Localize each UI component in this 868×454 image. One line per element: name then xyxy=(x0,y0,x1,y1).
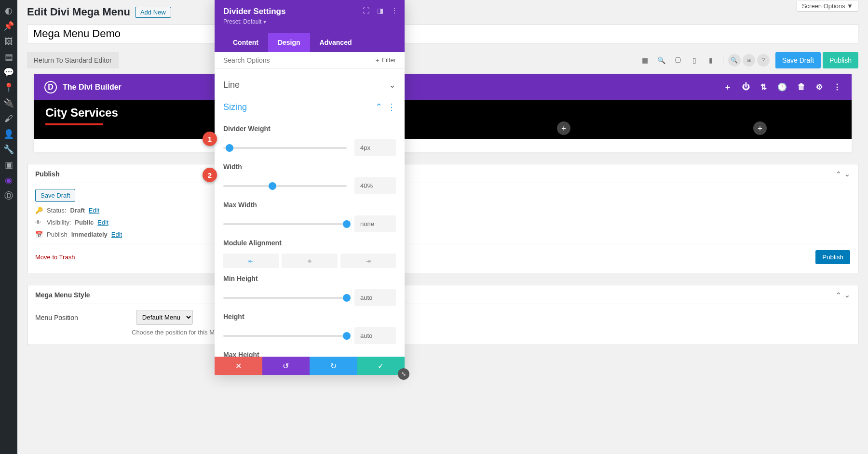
modal-save-button[interactable]: ✓ xyxy=(357,357,405,364)
kebab2-icon[interactable]: ⋮ xyxy=(391,7,398,14)
publish-metabox: Publish ⌃ ⌄ Save Draft 🔑 Status: Draft E… xyxy=(27,164,858,273)
section-sizing[interactable]: Sizing ⌃ ⋮ xyxy=(223,96,396,118)
add-icon[interactable]: ＋ xyxy=(724,82,732,93)
modal-cancel-button[interactable]: ✕ xyxy=(215,357,262,364)
status-edit-link[interactable]: Edit xyxy=(89,207,99,214)
return-editor-button[interactable]: Return To Standard Editor xyxy=(27,52,119,68)
section-sizing-label: Sizing xyxy=(223,102,247,112)
divi-icon[interactable]: ◉ xyxy=(0,173,17,188)
tools-icon[interactable]: 🔧 xyxy=(0,142,17,157)
desktop-icon[interactable]: 🖵 xyxy=(671,53,685,67)
filter-button[interactable]: ＋ Filter xyxy=(374,56,396,65)
move-to-trash-link[interactable]: Move to Trash xyxy=(35,254,75,261)
post-title-input[interactable] xyxy=(27,24,858,43)
box-up-icon2[interactable]: ⌃ xyxy=(836,291,841,299)
zoom-icon[interactable]: 🔍 xyxy=(654,53,669,67)
gear-icon[interactable]: ⚙ xyxy=(816,82,823,93)
status-value: Draft xyxy=(70,207,84,214)
media-icon[interactable]: 🖾 xyxy=(0,34,17,49)
layers-icon[interactable]: ≋ xyxy=(743,54,755,67)
pages-icon[interactable]: ▤ xyxy=(0,49,17,65)
expand-icon[interactable]: ⛶ xyxy=(363,7,369,14)
tab-content[interactable]: Content xyxy=(223,33,268,52)
align-right-button[interactable]: ⇥ xyxy=(340,254,396,268)
publish-button-2[interactable]: Publish xyxy=(815,250,850,264)
settings-icon[interactable]: ▣ xyxy=(0,157,17,173)
search2-icon[interactable]: 🔍 xyxy=(728,54,741,67)
pin2-icon[interactable]: 📍 xyxy=(0,80,17,95)
field-max-height: Max Height xyxy=(223,351,396,357)
save-draft-small-button[interactable]: Save Draft xyxy=(35,189,75,202)
kebab-icon[interactable]: ⋮ xyxy=(833,82,841,93)
publish-button[interactable]: Publish xyxy=(823,52,858,68)
annotation-1: 1 xyxy=(203,132,217,146)
screen-options-button[interactable]: Screen Options ▼ xyxy=(797,1,858,12)
builder-toolbar-row: Return To Standard Editor ▦ 🔍 🖵 ▯ ▮ 🔍 ≋ … xyxy=(27,52,858,68)
modal-preset[interactable]: Preset: Default ▾ xyxy=(223,18,396,30)
dashboard-icon[interactable]: ◐ xyxy=(0,3,17,18)
width-slider[interactable] xyxy=(223,185,347,187)
tab-design[interactable]: Design xyxy=(268,33,310,52)
plugins-icon[interactable]: 🔌 xyxy=(0,95,17,111)
history-icon[interactable]: 🕘 xyxy=(777,82,787,93)
min-height-input[interactable] xyxy=(354,289,396,306)
max-width-slider[interactable] xyxy=(223,223,347,225)
schedule-edit-link[interactable]: Edit xyxy=(111,231,122,238)
add-new-button[interactable]: Add New xyxy=(135,7,171,18)
modal-redo-button[interactable]: ↻ xyxy=(310,357,357,364)
schedule-value: immediately xyxy=(71,231,108,238)
calendar-icon: 📅 xyxy=(35,231,43,238)
modal-footer: ✕ ↺ ↻ ✓ xyxy=(215,357,405,364)
max-width-input[interactable] xyxy=(354,215,396,232)
snap-icon[interactable]: ◨ xyxy=(377,7,383,14)
divider-weight-input[interactable] xyxy=(354,139,396,156)
help-icon[interactable]: ? xyxy=(757,54,770,67)
divider xyxy=(723,55,723,66)
save-draft-button[interactable]: Save Draft xyxy=(775,52,821,68)
main-content: Edit Divi Mega Menu Add New Screen Optio… xyxy=(17,0,868,364)
min-height-slider[interactable] xyxy=(223,297,347,299)
box-down-icon2[interactable]: ⌄ xyxy=(844,291,850,299)
d-icon[interactable]: Ⓓ xyxy=(0,188,17,203)
appearance-icon[interactable]: 🖌 xyxy=(0,111,17,126)
divider-line[interactable] xyxy=(45,123,103,125)
align-left-button[interactable]: ⇤ xyxy=(223,254,279,268)
tab-advanced[interactable]: Advanced xyxy=(310,33,362,52)
add-column-button-1[interactable]: ＋ xyxy=(557,121,570,135)
divider-settings-modal: Divider Settings Preset: Default ▾ ⛶ ◨ ⋮… xyxy=(215,0,405,364)
height-slider[interactable] xyxy=(223,335,347,337)
pin-icon[interactable]: 📌 xyxy=(0,18,17,34)
wireframe-icon[interactable]: ▦ xyxy=(638,53,652,67)
menu-position-select[interactable]: Default Menu xyxy=(136,310,193,325)
builder-bar-title: The Divi Builder xyxy=(63,83,122,92)
section-line[interactable]: Line ⌄ xyxy=(223,74,396,96)
width-input[interactable] xyxy=(354,177,396,194)
modal-header[interactable]: Divider Settings Preset: Default ▾ ⛶ ◨ ⋮… xyxy=(215,0,405,52)
modal-search-row: ＋ Filter xyxy=(215,52,405,69)
modal-header-icons: ⛶ ◨ ⋮ xyxy=(363,7,398,14)
box-down-icon[interactable]: ⌄ xyxy=(844,170,850,178)
sort-icon[interactable]: ⇅ xyxy=(760,82,767,93)
add-column-button-2[interactable]: ＋ xyxy=(753,121,767,135)
phone-icon[interactable]: ▮ xyxy=(704,53,718,67)
section-kebab-icon[interactable]: ⋮ xyxy=(387,102,396,112)
comments-icon[interactable]: 💬 xyxy=(0,65,17,80)
modal-undo-button[interactable]: ↺ xyxy=(262,357,310,364)
section-line-label: Line xyxy=(223,80,240,90)
users-icon[interactable]: 👤 xyxy=(0,126,17,142)
box-up-icon[interactable]: ⌃ xyxy=(836,170,841,178)
city-services-heading[interactable]: City Services xyxy=(45,106,840,120)
style-metabox: Mega Menu Style ⌃ ⌄ Menu Position Defaul… xyxy=(27,285,858,345)
schedule-row: 📅 Publish immediately Edit xyxy=(35,231,850,238)
visibility-edit-link[interactable]: Edit xyxy=(97,219,108,226)
height-input[interactable] xyxy=(354,327,396,344)
divider-weight-slider[interactable] xyxy=(223,147,347,149)
power-icon[interactable]: ⏻ xyxy=(742,82,750,93)
page-header: Edit Divi Mega Menu Add New Screen Optio… xyxy=(27,6,858,18)
width-label: Width xyxy=(223,163,396,171)
search-options-input[interactable] xyxy=(223,56,374,64)
tablet-icon[interactable]: ▯ xyxy=(687,53,702,67)
trash-icon[interactable]: 🗑 xyxy=(798,82,805,93)
wp-admin-sidebar: ◐ 📌 🖾 ▤ 💬 📍 🔌 🖌 👤 🔧 ▣ ◉ Ⓓ xyxy=(0,0,17,364)
align-center-button[interactable]: ⎆ xyxy=(282,254,337,268)
